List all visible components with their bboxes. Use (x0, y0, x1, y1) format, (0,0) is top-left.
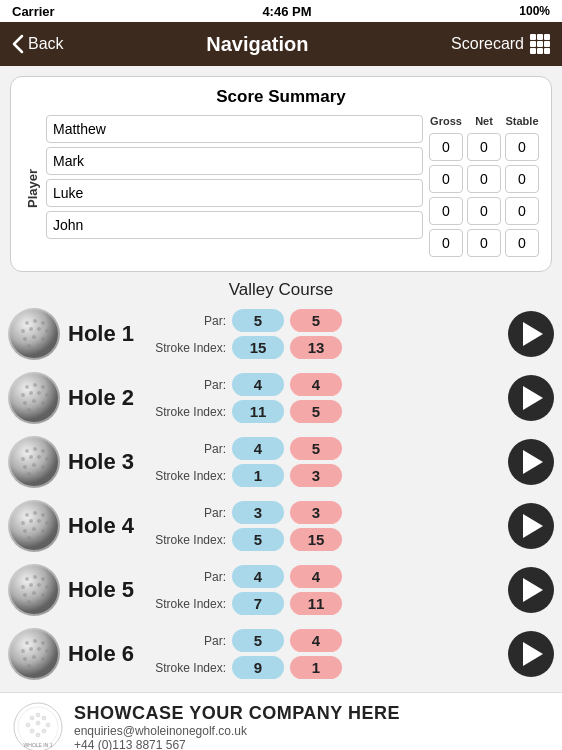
svg-point-21 (23, 401, 27, 405)
hole-row-4: Hole 5Par:44Stroke Index:711 (8, 560, 554, 620)
hole-stats-0: Par:55Stroke Index:1513 (151, 309, 500, 359)
par-label-0: Par: (151, 314, 226, 328)
svg-point-0 (10, 310, 58, 358)
hole-name-3: Hole 4 (68, 513, 143, 539)
si-label-2: Stroke Index: (151, 469, 226, 483)
svg-point-64 (37, 600, 41, 604)
si-row-4: Stroke Index:711 (151, 592, 500, 615)
hole-row-3: Hole 4Par:33Stroke Index:515 (8, 496, 554, 556)
player-name-input-0[interactable] (46, 115, 423, 143)
golf-ball-1 (8, 372, 60, 424)
par-label-3: Par: (151, 506, 226, 520)
si-pink-0: 13 (290, 336, 342, 359)
svg-point-9 (32, 335, 36, 339)
hole-stats-1: Par:44Stroke Index:115 (151, 373, 500, 423)
col-label-gross: Gross (429, 115, 463, 127)
svg-point-81 (30, 716, 34, 720)
play-button-0[interactable] (508, 311, 554, 357)
svg-point-69 (21, 649, 25, 653)
play-button-4[interactable] (508, 567, 554, 613)
svg-point-28 (33, 447, 37, 451)
back-chevron-icon (12, 34, 24, 54)
hole-stats-3: Par:33Stroke Index:515 (151, 501, 500, 551)
hole-name-5: Hole 6 (68, 641, 143, 667)
score-box-2-2: 0 (505, 197, 539, 225)
hole-stats-5: Par:54Stroke Index:91 (151, 629, 500, 679)
score-box-2-1: 0 (467, 197, 501, 225)
footer-logo: WHOLE IN 1 GOLF (12, 701, 64, 750)
svg-point-39 (10, 502, 58, 550)
svg-point-6 (37, 327, 41, 331)
svg-point-54 (33, 575, 37, 579)
svg-point-15 (33, 383, 37, 387)
svg-point-76 (27, 664, 31, 668)
par-pink-4: 4 (290, 565, 342, 588)
par-row-1: Par:44 (151, 373, 500, 396)
player-name-input-2[interactable] (46, 179, 423, 207)
course-name: Valley Course (0, 280, 562, 300)
play-button-1[interactable] (508, 375, 554, 421)
par-pink-3: 3 (290, 501, 342, 524)
svg-point-13 (10, 374, 58, 422)
par-blue-5: 5 (232, 629, 284, 652)
svg-point-41 (33, 511, 37, 515)
player-name-input-3[interactable] (46, 211, 423, 239)
footer-email: enquiries@wholeinonegolf.co.uk (74, 724, 400, 738)
svg-point-58 (37, 583, 41, 587)
svg-point-84 (36, 721, 40, 725)
player-name-input-1[interactable] (46, 147, 423, 175)
svg-point-19 (37, 391, 41, 395)
svg-point-50 (27, 536, 31, 540)
par-row-4: Par:44 (151, 565, 500, 588)
svg-point-46 (45, 521, 49, 525)
score-box-1-2: 0 (505, 165, 539, 193)
play-triangle-1 (523, 386, 543, 410)
score-box-3-1: 0 (467, 229, 501, 257)
scorecard-label: Scorecard (451, 35, 524, 53)
svg-point-18 (29, 391, 33, 395)
golf-ball-4 (8, 564, 60, 616)
si-pink-3: 15 (290, 528, 342, 551)
footer-phone: +44 (0)113 8871 567 (74, 738, 400, 751)
col-label-net: Net (467, 115, 501, 127)
battery-text: 100% (519, 4, 550, 18)
play-triangle-5 (523, 642, 543, 666)
svg-point-74 (32, 655, 36, 659)
svg-point-11 (27, 344, 31, 348)
play-button-2[interactable] (508, 439, 554, 485)
svg-point-80 (36, 713, 40, 717)
hole-row-5: Hole 6Par:54Stroke Index:91 (8, 624, 554, 684)
svg-point-65 (10, 630, 58, 678)
scorecard-button[interactable]: Scorecard (451, 34, 550, 54)
par-blue-2: 4 (232, 437, 284, 460)
par-pink-5: 4 (290, 629, 342, 652)
si-pink-5: 1 (290, 656, 342, 679)
svg-point-38 (37, 472, 41, 476)
play-button-3[interactable] (508, 503, 554, 549)
svg-point-48 (32, 527, 36, 531)
par-label-1: Par: (151, 378, 226, 392)
svg-point-37 (27, 472, 31, 476)
svg-point-47 (23, 529, 27, 533)
si-blue-3: 5 (232, 528, 284, 551)
svg-point-16 (41, 385, 45, 389)
hole-name-0: Hole 1 (68, 321, 143, 347)
svg-point-77 (37, 664, 41, 668)
play-button-5[interactable] (508, 631, 554, 677)
hole-stats-2: Par:45Stroke Index:13 (151, 437, 500, 487)
svg-point-31 (29, 455, 33, 459)
nav-title: Navigation (206, 33, 308, 56)
score-box-3-2: 0 (505, 229, 539, 257)
svg-point-35 (32, 463, 36, 467)
par-label-2: Par: (151, 442, 226, 456)
svg-point-52 (10, 566, 58, 614)
svg-point-67 (33, 639, 37, 643)
footer-text: Showcase Your Company Here enquiries@who… (74, 703, 400, 751)
par-label-5: Par: (151, 634, 226, 648)
back-button[interactable]: Back (12, 34, 64, 54)
hole-stats-4: Par:44Stroke Index:711 (151, 565, 500, 615)
svg-point-25 (37, 408, 41, 412)
hole-row-2: Hole 3Par:45Stroke Index:13 (8, 432, 554, 492)
svg-point-14 (25, 385, 29, 389)
svg-point-42 (41, 513, 45, 517)
